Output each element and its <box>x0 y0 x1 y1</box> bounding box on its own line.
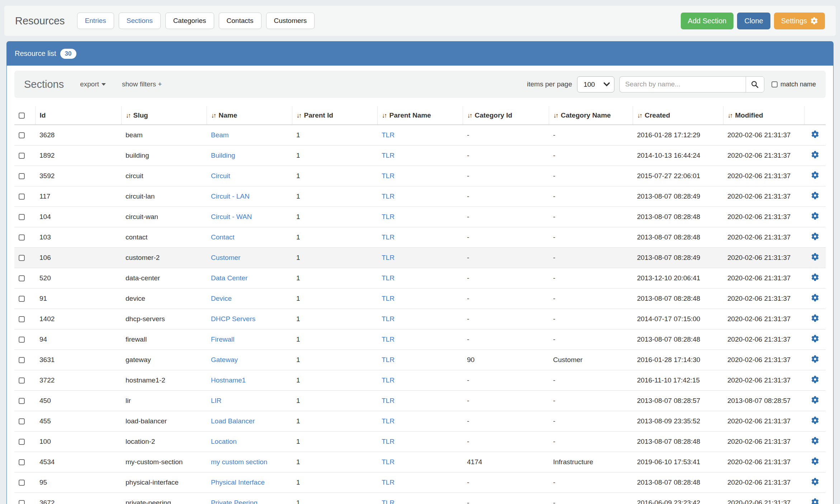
parent-name-link[interactable]: TLR <box>382 172 395 180</box>
column-header-created[interactable]: ↓↑Created <box>633 106 723 125</box>
name-link[interactable]: Location <box>211 438 237 445</box>
row-settings-button[interactable] <box>811 314 819 322</box>
parent-name-link[interactable]: TLR <box>382 479 395 486</box>
clone-button[interactable]: Clone <box>737 13 770 29</box>
row-settings-button[interactable] <box>811 130 819 138</box>
row-checkbox[interactable] <box>19 214 25 220</box>
parent-name-link[interactable]: TLR <box>382 233 395 241</box>
row-checkbox[interactable] <box>19 480 25 486</box>
name-link[interactable]: Building <box>211 152 235 159</box>
column-header-name[interactable]: ↓↑Name <box>207 106 292 125</box>
row-checkbox[interactable] <box>19 357 25 363</box>
row-settings-button[interactable] <box>811 478 819 485</box>
parent-name-link[interactable]: TLR <box>382 192 395 200</box>
parent-name-link[interactable]: TLR <box>382 438 395 445</box>
name-link[interactable]: Circuit - WAN <box>211 213 252 220</box>
name-link[interactable]: Device <box>211 295 232 302</box>
parent-name-link[interactable]: TLR <box>382 356 395 363</box>
row-checkbox[interactable] <box>19 337 25 343</box>
name-link[interactable]: Physical Interface <box>211 479 265 486</box>
tab-entries[interactable]: Entries <box>77 13 114 29</box>
row-settings-button[interactable] <box>811 396 819 404</box>
row-settings-button[interactable] <box>811 171 819 179</box>
row-settings-button[interactable] <box>811 233 819 240</box>
parent-name-link[interactable]: TLR <box>382 336 395 343</box>
parent-name-link[interactable]: TLR <box>382 499 395 504</box>
tab-customers[interactable]: Customers <box>266 13 315 29</box>
name-link[interactable]: Beam <box>211 131 229 139</box>
parent-name-link[interactable]: TLR <box>382 315 395 323</box>
row-settings-button[interactable] <box>811 274 819 281</box>
row-checkbox[interactable] <box>19 316 25 322</box>
tab-contacts[interactable]: Contacts <box>219 13 261 29</box>
row-checkbox[interactable] <box>19 377 25 384</box>
items-per-page-select[interactable]: 100 <box>577 76 614 92</box>
row-settings-button[interactable] <box>811 253 819 261</box>
row-settings-button[interactable] <box>811 437 819 444</box>
row-checkbox[interactable] <box>19 459 25 465</box>
row-checkbox[interactable] <box>19 398 25 404</box>
row-settings-button[interactable] <box>811 417 819 424</box>
name-link[interactable]: Private Peering <box>211 499 258 504</box>
name-link[interactable]: Customer <box>211 254 240 261</box>
show-filters-toggle[interactable]: show filters + <box>122 80 162 88</box>
row-checkbox[interactable] <box>19 275 25 281</box>
parent-name-link[interactable]: TLR <box>382 213 395 220</box>
name-link[interactable]: DHCP Servers <box>211 315 255 323</box>
parent-name-link[interactable]: TLR <box>382 274 395 282</box>
row-checkbox[interactable] <box>19 194 25 200</box>
name-link[interactable]: Data Center <box>211 274 247 282</box>
row-checkbox[interactable] <box>19 439 25 445</box>
name-link[interactable]: Gateway <box>211 356 238 363</box>
row-settings-button[interactable] <box>811 498 819 504</box>
cell-category-id: - <box>463 248 549 268</box>
column-header-category-name[interactable]: ↓↑Category Name <box>549 106 633 125</box>
row-checkbox[interactable] <box>19 234 25 241</box>
name-link[interactable]: Circuit <box>211 172 230 180</box>
row-checkbox[interactable] <box>19 500 25 504</box>
parent-name-link[interactable]: TLR <box>382 458 395 466</box>
row-checkbox[interactable] <box>19 255 25 261</box>
column-header-modified[interactable]: ↓↑Modified <box>723 106 804 125</box>
tab-categories[interactable]: Categories <box>165 13 214 29</box>
row-checkbox[interactable] <box>19 173 25 179</box>
row-settings-button[interactable] <box>811 457 819 465</box>
settings-button[interactable]: Settings <box>774 13 825 29</box>
name-link[interactable]: Contact <box>211 233 234 241</box>
name-link[interactable]: Firewall <box>211 336 234 343</box>
parent-name-link[interactable]: TLR <box>382 417 395 425</box>
column-header-slug[interactable]: ↓↑Slug <box>121 106 207 125</box>
parent-name-link[interactable]: TLR <box>382 397 395 404</box>
row-settings-button[interactable] <box>811 192 819 199</box>
row-settings-button[interactable] <box>811 151 819 158</box>
name-link[interactable]: Hostname1 <box>211 376 246 384</box>
column-header-category-id[interactable]: ↓↑Category Id <box>463 106 549 125</box>
row-checkbox[interactable] <box>19 418 25 424</box>
name-link[interactable]: Load Balancer <box>211 417 255 425</box>
row-checkbox[interactable] <box>19 153 25 159</box>
tab-sections[interactable]: Sections <box>119 13 161 29</box>
parent-name-link[interactable]: TLR <box>382 376 395 384</box>
column-header-parent-name[interactable]: ↓↑Parent Name <box>377 106 463 125</box>
row-settings-button[interactable] <box>811 294 819 301</box>
search-button[interactable] <box>746 76 764 92</box>
parent-name-link[interactable]: TLR <box>382 254 395 261</box>
name-link[interactable]: Circuit - LAN <box>211 192 250 200</box>
row-checkbox[interactable] <box>19 132 25 138</box>
row-settings-button[interactable] <box>811 355 819 363</box>
column-header-parent-id[interactable]: ↓↑Parent Id <box>292 106 377 125</box>
select-all-checkbox[interactable] <box>19 113 25 119</box>
parent-name-link[interactable]: TLR <box>382 295 395 302</box>
search-input[interactable] <box>619 76 746 92</box>
add-section-button[interactable]: Add Section <box>681 13 734 29</box>
row-checkbox[interactable] <box>19 296 25 302</box>
export-dropdown[interactable]: export <box>80 80 106 88</box>
match-name-checkbox[interactable] <box>771 81 778 87</box>
parent-name-link[interactable]: TLR <box>382 131 395 139</box>
name-link[interactable]: LIR <box>211 397 222 404</box>
row-settings-button[interactable] <box>811 376 819 383</box>
name-link[interactable]: my custom section <box>211 458 267 466</box>
row-settings-button[interactable] <box>811 212 819 220</box>
parent-name-link[interactable]: TLR <box>382 152 395 159</box>
row-settings-button[interactable] <box>811 335 819 342</box>
